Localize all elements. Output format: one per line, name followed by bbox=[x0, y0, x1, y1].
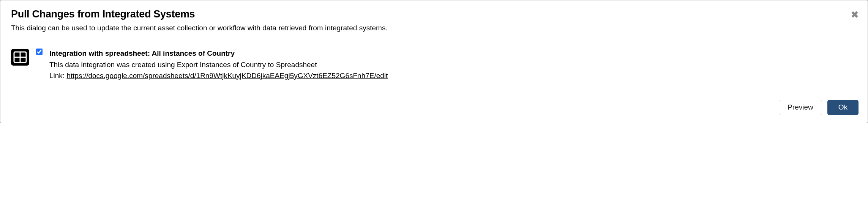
pull-changes-dialog: Pull Changes from Integrated Systems Thi… bbox=[0, 0, 868, 123]
dialog-header: Pull Changes from Integrated Systems Thi… bbox=[0, 0, 868, 41]
preview-button[interactable]: Preview bbox=[779, 100, 822, 115]
integration-row: Integration with spreadsheet: All instan… bbox=[11, 48, 857, 82]
integration-text: Integration with spreadsheet: All instan… bbox=[49, 48, 857, 82]
spreadsheet-icon bbox=[11, 49, 29, 66]
integration-link-row: Link: https://docs.google.com/spreadshee… bbox=[49, 71, 857, 82]
dialog-footer: Preview Ok bbox=[0, 92, 868, 123]
dialog-subtitle: This dialog can be used to update the cu… bbox=[11, 23, 857, 33]
dialog-body: Integration with spreadsheet: All instan… bbox=[0, 41, 868, 93]
integration-checkbox-wrap bbox=[36, 48, 43, 56]
ok-button[interactable]: Ok bbox=[827, 100, 859, 115]
integration-title: Integration with spreadsheet: All instan… bbox=[49, 48, 857, 59]
dialog-title: Pull Changes from Integrated Systems bbox=[11, 8, 857, 20]
integration-link-label: Link: bbox=[49, 72, 66, 80]
close-icon[interactable]: ✖ bbox=[851, 10, 859, 19]
integration-link[interactable]: https://docs.google.com/spreadsheets/d/1… bbox=[66, 72, 388, 80]
integration-description: This data integration was created using … bbox=[49, 60, 857, 71]
integration-checkbox[interactable] bbox=[36, 49, 43, 55]
